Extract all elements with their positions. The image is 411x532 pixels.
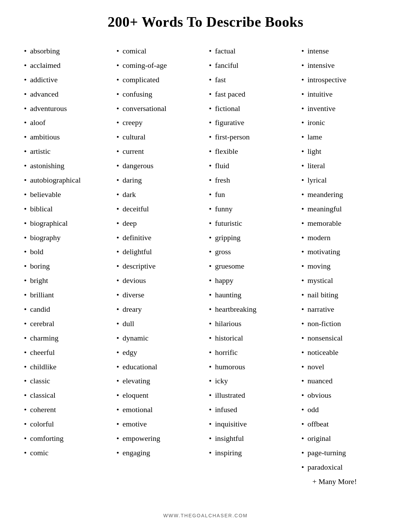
list-item: obvious xyxy=(301,388,387,403)
word-list-1: absorbingacclaimedaddictiveadvancedadven… xyxy=(24,44,110,460)
list-item: edgy xyxy=(116,345,202,360)
list-item: factual xyxy=(209,44,295,58)
list-item: empowering xyxy=(116,431,202,446)
list-item: devious xyxy=(116,273,202,288)
column-4: intenseintensiveintrospectiveintuitivein… xyxy=(298,44,390,499)
list-item: absorbing xyxy=(24,44,110,58)
list-item: elevating xyxy=(116,374,202,388)
list-item: infused xyxy=(209,403,295,417)
list-item: delightful xyxy=(116,245,202,259)
list-item: fast xyxy=(209,73,295,87)
list-item: bright xyxy=(24,273,110,288)
list-item: biblical xyxy=(24,202,110,216)
list-item: intuitive xyxy=(301,87,387,101)
list-item: brilliant xyxy=(24,288,110,302)
list-item: gruesome xyxy=(209,259,295,273)
list-item: meandering xyxy=(301,187,387,202)
word-columns: absorbingacclaimedaddictiveadvancedadven… xyxy=(21,44,390,499)
list-item: haunting xyxy=(209,288,295,302)
list-item: acclaimed xyxy=(24,58,110,73)
list-item: dark xyxy=(116,187,202,202)
list-item: flexible xyxy=(209,144,295,159)
list-item: current xyxy=(116,144,202,159)
list-item: classic xyxy=(24,374,110,388)
list-item: horrific xyxy=(209,345,295,360)
list-item: addictive xyxy=(24,73,110,87)
word-list-2: comicalcoming-of-agecomplicatedconfusing… xyxy=(116,44,202,460)
list-item: daring xyxy=(116,173,202,187)
list-item: historical xyxy=(209,331,295,345)
list-item: nail biting xyxy=(301,288,387,302)
list-item: introspective xyxy=(301,73,387,87)
list-item: comforting xyxy=(24,431,110,446)
list-item: dangerous xyxy=(116,159,202,173)
list-item: educational xyxy=(116,360,202,374)
column-2: comicalcoming-of-agecomplicatedconfusing… xyxy=(113,44,206,499)
list-item: coming-of-age xyxy=(116,58,202,73)
list-item: deep xyxy=(116,216,202,231)
list-item: non-fiction xyxy=(301,317,387,331)
list-item: bold xyxy=(24,245,110,259)
list-item: original xyxy=(301,431,387,446)
column-3: factualfancifulfastfast pacedfictionalfi… xyxy=(206,44,298,499)
list-item: diverse xyxy=(116,288,202,302)
list-item: comic xyxy=(24,446,110,460)
list-item: modern xyxy=(301,231,387,245)
list-item: charming xyxy=(24,331,110,345)
list-item: gross xyxy=(209,245,295,259)
list-item: emotive xyxy=(116,417,202,431)
list-item: nuanced xyxy=(301,374,387,388)
list-item: descriptive xyxy=(116,259,202,273)
list-item: fanciful xyxy=(209,58,295,73)
list-item: figurative xyxy=(209,115,295,130)
list-item: ambitious xyxy=(24,130,110,144)
list-item: offbeat xyxy=(301,417,387,431)
list-item: comical xyxy=(116,44,202,58)
list-item: lyrical xyxy=(301,173,387,187)
list-item: inspiring xyxy=(209,446,295,460)
list-item: literal xyxy=(301,159,387,173)
list-item: aloof xyxy=(24,115,110,130)
list-item: noticeable xyxy=(301,345,387,360)
page-title: 200+ Words To Describe Books xyxy=(108,14,303,30)
list-item: ironic xyxy=(301,115,387,130)
list-item: fictional xyxy=(209,101,295,116)
list-item: emotional xyxy=(116,403,202,417)
list-item: conversational xyxy=(116,101,202,116)
list-item: insightful xyxy=(209,431,295,446)
list-item: funny xyxy=(209,202,295,216)
list-item: page-turning xyxy=(301,446,387,460)
list-item: narrative xyxy=(301,302,387,317)
list-item: humorous xyxy=(209,360,295,374)
list-item: memorable xyxy=(301,216,387,231)
list-item: fresh xyxy=(209,173,295,187)
list-item: dynamic xyxy=(116,331,202,345)
list-item: inventive xyxy=(301,101,387,116)
list-item: cheerful xyxy=(24,345,110,360)
list-item: nonsensical xyxy=(301,331,387,345)
list-item: first-person xyxy=(209,130,295,144)
list-item: heartbreaking xyxy=(209,302,295,317)
list-item: motivating xyxy=(301,245,387,259)
list-item: astonishing xyxy=(24,159,110,173)
list-item: confusing xyxy=(116,87,202,101)
list-item: coherent xyxy=(24,403,110,417)
list-item: lame xyxy=(301,130,387,144)
list-item: colorful xyxy=(24,417,110,431)
list-item: candid xyxy=(24,302,110,317)
list-item: engaging xyxy=(116,446,202,460)
list-item: advanced xyxy=(24,87,110,101)
word-list-4: intenseintensiveintrospectiveintuitivein… xyxy=(301,44,387,474)
list-item: dull xyxy=(116,317,202,331)
list-item: moving xyxy=(301,259,387,273)
list-item: light xyxy=(301,144,387,159)
list-item: biography xyxy=(24,231,110,245)
list-item: cerebral xyxy=(24,317,110,331)
list-item: odd xyxy=(301,403,387,417)
list-item: eloquent xyxy=(116,388,202,403)
list-item: illustrated xyxy=(209,388,295,403)
list-item: childlike xyxy=(24,360,110,374)
list-item: complicated xyxy=(116,73,202,87)
column-1: absorbingacclaimedaddictiveadvancedadven… xyxy=(21,44,113,499)
list-item: cultural xyxy=(116,130,202,144)
